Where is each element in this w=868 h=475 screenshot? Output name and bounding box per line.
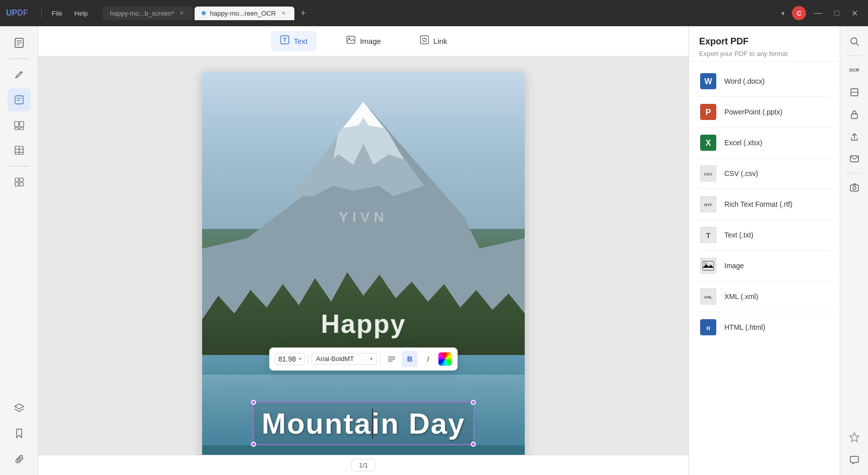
sidebar-icon-bookmark[interactable]: [8, 422, 31, 445]
right-share-icon[interactable]: [844, 127, 864, 147]
color-picker-button[interactable]: [438, 352, 452, 366]
document-page: YIVN Happy Mountain Day: [202, 72, 525, 455]
svg-text:T: T: [706, 231, 711, 240]
minimize-button[interactable]: —: [810, 8, 826, 19]
right-mail-icon[interactable]: [844, 149, 864, 169]
font-family-name: Arial-BoldMT: [316, 355, 354, 363]
image-tool-icon: [346, 35, 356, 47]
user-avatar[interactable]: C: [792, 6, 806, 20]
fmt-divider-2: [380, 353, 381, 365]
sidebar-icon-edit[interactable]: [8, 63, 31, 86]
tab-1-label: happy-mo...b_screen*: [110, 10, 174, 17]
export-item-ppt[interactable]: P PowerPoint (.pptx): [695, 97, 834, 128]
canvas-area[interactable]: YIVN Happy Mountain Day: [38, 56, 689, 455]
export-item-word[interactable]: W Word (.docx): [695, 66, 834, 97]
selection-handle-tr[interactable]: [471, 400, 476, 405]
top-toolbar: T Text Image: [38, 26, 689, 56]
format-toolbar: 81.98 ▾ Arial-BoldMT ▾ B: [269, 347, 458, 371]
svg-rect-10: [20, 128, 24, 130]
text-cursor: [372, 408, 373, 439]
svg-rect-56: [850, 185, 858, 191]
font-size-input[interactable]: 81.98 ▾: [275, 353, 305, 365]
svg-rect-9: [15, 128, 19, 130]
tab-add-button[interactable]: +: [296, 7, 310, 20]
tab-2-dot: [202, 11, 206, 15]
link-tool-icon: [419, 35, 429, 47]
text-tool-icon: T: [280, 35, 290, 47]
right-collab-icon[interactable]: [844, 428, 864, 448]
export-panel: Export PDF Export your PDF to any format…: [689, 26, 840, 475]
right-comment-icon[interactable]: [844, 450, 864, 470]
export-panel-header: Export PDF Export your PDF to any format: [689, 26, 840, 62]
font-family-chevron: ▾: [370, 356, 373, 362]
export-item-excel[interactable]: X Excel (.xlsx): [695, 128, 834, 158]
html-icon: H: [699, 318, 717, 336]
menu-file[interactable]: File: [47, 8, 68, 19]
title-divider-1: [41, 8, 42, 18]
left-sidebar: [0, 26, 38, 475]
tab-1[interactable]: happy-mo...b_screen* ✕: [103, 7, 193, 20]
dropdown-icon[interactable]: ▾: [779, 8, 787, 19]
tab-2[interactable]: happy-mo...reen_OCR ✕: [195, 7, 294, 20]
link-tool-button[interactable]: Link: [410, 31, 457, 51]
sidebar-icon-attachments[interactable]: [8, 447, 31, 470]
export-panel-subtitle: Export your PDF to any format: [699, 50, 830, 57]
happy-text[interactable]: Happy: [321, 309, 406, 339]
html-label: HTML (.html): [724, 323, 765, 331]
tab-1-close[interactable]: ✕: [178, 10, 185, 17]
export-item-rtf[interactable]: RTF Rich Text Format (.rtf): [695, 189, 834, 220]
right-camera-icon[interactable]: [844, 177, 864, 198]
svg-text:W: W: [704, 77, 712, 86]
text-tool-button[interactable]: T Text: [271, 31, 317, 51]
sidebar-icon-pages[interactable]: [8, 113, 31, 137]
svg-text:X: X: [706, 139, 711, 147]
export-item-csv[interactable]: CSV CSV (.csv): [695, 158, 834, 189]
align-button[interactable]: [384, 351, 400, 367]
export-item-image[interactable]: Image: [695, 251, 834, 281]
mountain-day-container: Mountain Day: [226, 401, 501, 445]
title-bar-menu: File Help: [47, 8, 93, 19]
word-icon: W: [699, 72, 717, 90]
sidebar-icon-annotate[interactable]: [8, 88, 31, 111]
selection-handle-tl[interactable]: [251, 400, 256, 405]
image-export-label: Image: [724, 262, 744, 270]
menu-help[interactable]: Help: [70, 8, 93, 19]
selection-handle-bl[interactable]: [251, 442, 256, 447]
close-button[interactable]: ✕: [847, 8, 862, 19]
updf-logo: UPDF: [6, 9, 28, 18]
sidebar-icon-table[interactable]: [8, 139, 31, 162]
export-item-html[interactable]: H HTML (.html): [695, 312, 834, 342]
content-area: T Text Image: [38, 26, 689, 475]
font-family-select[interactable]: Arial-BoldMT ▾: [312, 353, 377, 365]
export-item-xml[interactable]: XML XML (.xml): [695, 281, 834, 312]
bold-button[interactable]: B: [402, 351, 418, 367]
export-panel-title: Export PDF: [699, 36, 830, 47]
sidebar-icon-layers[interactable]: [8, 396, 31, 420]
main-layout: T Text Image: [0, 26, 868, 475]
right-sidebar-bottom: [844, 428, 864, 470]
txt-label: Text (.txt): [724, 231, 754, 239]
svg-rect-8: [20, 122, 24, 127]
maximize-button[interactable]: □: [830, 8, 843, 19]
svg-point-57: [853, 187, 856, 190]
export-item-txt[interactable]: T Text (.txt): [695, 220, 834, 251]
svg-line-51: [856, 43, 858, 45]
italic-button[interactable]: I: [420, 351, 436, 367]
right-scan-icon[interactable]: [844, 82, 864, 102]
mountain-day-text-box[interactable]: Mountain Day: [253, 401, 474, 445]
tab-bar: happy-mo...b_screen* ✕ happy-mo...reen_O…: [103, 7, 779, 20]
svg-rect-4: [15, 96, 23, 104]
image-tool-button[interactable]: Image: [337, 31, 390, 51]
page-number-bar: 1/1: [38, 455, 689, 475]
tab-2-close[interactable]: ✕: [280, 10, 287, 17]
right-search-icon[interactable]: [844, 31, 864, 51]
right-ocr-icon[interactable]: OCR: [844, 60, 864, 80]
sidebar-icon-reader[interactable]: [8, 31, 31, 54]
tab-2-label: happy-mo...reen_OCR: [210, 10, 276, 17]
right-lock-icon[interactable]: [844, 104, 864, 125]
sidebar-icon-extract[interactable]: [8, 170, 31, 194]
image-export-icon: [699, 257, 717, 275]
ppt-icon: P: [699, 103, 717, 121]
word-label: Word (.docx): [724, 77, 765, 85]
svg-rect-54: [851, 114, 857, 118]
